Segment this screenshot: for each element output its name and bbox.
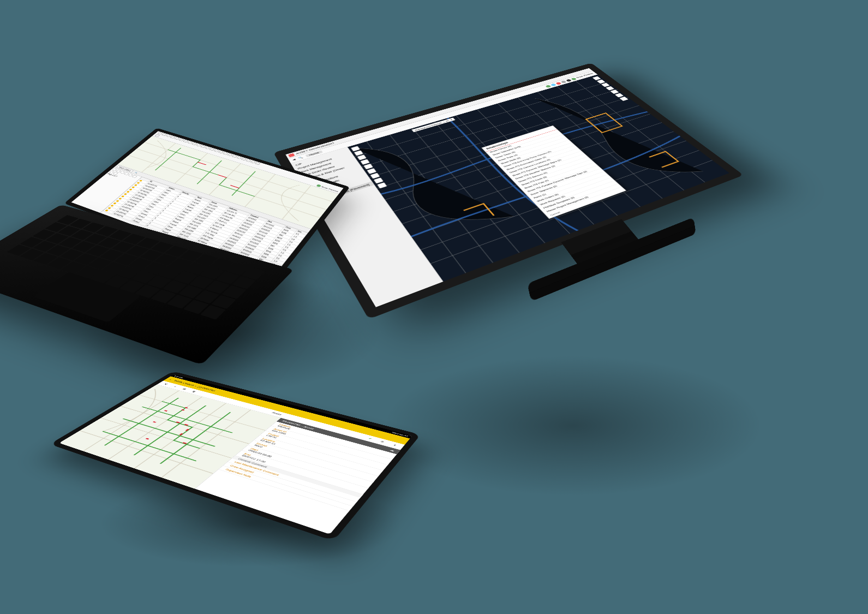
status-dot-icon <box>131 186 135 188</box>
search-icon[interactable]: 🔍 <box>134 171 138 174</box>
chevron-down-icon[interactable]: ▾ <box>450 119 452 121</box>
status-blue-icon[interactable] <box>550 83 557 86</box>
cloud-icon[interactable]: ☁ <box>389 449 395 452</box>
bell-icon[interactable] <box>566 79 572 82</box>
menu-icon[interactable]: ☰ <box>161 382 171 386</box>
status-dot-icon <box>116 200 119 202</box>
status-dot-icon <box>136 182 140 184</box>
status-dot-icon <box>118 198 122 200</box>
desktop-map[interactable]: Subsegment Network | 45 ▾ <box>348 75 729 282</box>
back-button[interactable]: ‹ <box>168 378 173 380</box>
relationships-cancel[interactable]: Cancel <box>546 187 626 219</box>
status-dot-icon <box>129 189 132 191</box>
status-dot-icon <box>110 205 114 207</box>
relationship-item[interactable]: PM/Work Templates (0) <box>539 181 618 211</box>
link-icon[interactable] <box>560 80 567 84</box>
status-dot-icon <box>105 210 109 212</box>
plus-icon[interactable]: ＋ <box>170 385 179 389</box>
grid-tool-icon[interactable] <box>132 175 137 178</box>
map-canvas <box>348 75 729 282</box>
relationship-item[interactable]: Work Requests (0) <box>536 177 614 207</box>
sync-icon[interactable]: ⟳ <box>378 439 388 445</box>
toolbar-center-label[interactable]: Sewer <box>271 412 282 415</box>
status-dot-icon <box>126 191 129 193</box>
tablet: 3:19 PM Wed Apr 27 ‹ Work Orders – 22-00… <box>82 338 464 600</box>
toolbar-icon[interactable] <box>255 162 261 165</box>
user-avatar-icon[interactable] <box>571 78 577 81</box>
check-icon[interactable]: ✔ <box>366 436 375 441</box>
svg-rect-0 <box>348 75 729 282</box>
relationship-item[interactable]: Parks (1) <box>530 171 608 201</box>
search-value: 45 <box>445 120 450 122</box>
trash-icon[interactable]: 🗑 <box>189 390 198 394</box>
status-dot-icon <box>113 202 117 205</box>
status-dot-icon <box>139 180 142 181</box>
relationship-item[interactable]: Work Orders (6) <box>532 175 611 205</box>
relationship-item[interactable]: Super Segments (0) <box>526 169 604 198</box>
status-green-icon[interactable] <box>545 85 552 88</box>
share-icon[interactable]: ⇪ <box>390 443 400 448</box>
status-dot-icon <box>134 184 137 186</box>
layers-icon[interactable]: ▤ <box>179 387 189 391</box>
tablet-app: 3:19 PM Wed Apr 27 ‹ Work Orders – 22-00… <box>59 374 412 534</box>
status-dot-icon <box>124 193 127 195</box>
status-dot-icon <box>107 207 111 209</box>
status-dot-icon <box>121 195 125 198</box>
status-red-icon[interactable] <box>555 82 562 85</box>
relationship-item[interactable]: Master Project Management (0) <box>542 184 622 214</box>
